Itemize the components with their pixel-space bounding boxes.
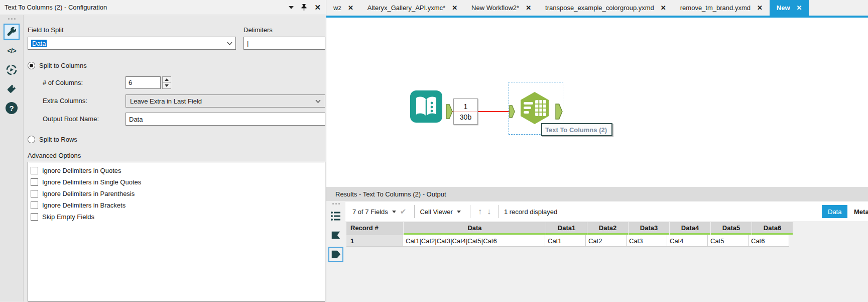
configuration-tab-wrench-icon[interactable]	[4, 24, 20, 40]
column-header[interactable]: Data	[404, 222, 546, 235]
list-view-icon[interactable]	[328, 209, 343, 224]
checkbox-icon[interactable]	[31, 178, 38, 186]
checkbox-icon[interactable]	[31, 190, 38, 197]
panel-menu-caret-icon[interactable]	[289, 6, 294, 9]
column-header[interactable]: Data5	[711, 222, 752, 235]
scroll-up-icon[interactable]: ↑	[478, 207, 482, 216]
column-header[interactable]: Data2	[587, 222, 628, 235]
table-cell[interactable]: Cat2	[586, 235, 627, 247]
results-toolbar: 7 of 7 Fields ✔ Cell Viewer ↑ ↓ 1 record…	[345, 202, 868, 221]
tab-new-active[interactable]: New ✕	[770, 0, 809, 16]
output-connection-icon[interactable]	[328, 247, 343, 262]
advanced-option-quotes[interactable]: Ignore Delimiters in Quotes	[31, 165, 325, 176]
chevron-down-icon[interactable]	[392, 211, 396, 213]
close-tab-icon[interactable]: ✕	[452, 4, 457, 12]
table-cell[interactable]: Cat3	[627, 235, 667, 247]
cell-viewer-dropdown[interactable]: Cell Viewer	[420, 208, 453, 216]
data-view-button[interactable]: Data	[822, 205, 847, 218]
close-panel-icon[interactable]: ✕	[314, 4, 321, 11]
close-tab-icon[interactable]: ✕	[348, 4, 353, 12]
close-tab-icon[interactable]: ✕	[661, 4, 666, 12]
input-connection-icon[interactable]	[328, 228, 343, 243]
close-tab-icon[interactable]: ✕	[797, 4, 802, 12]
radio-selected-icon[interactable]	[28, 62, 35, 69]
num-columns-label: # of Columns:	[43, 79, 83, 86]
column-header[interactable]: Data4	[670, 222, 710, 235]
help-icon[interactable]: ?	[4, 100, 20, 116]
table-cell[interactable]: Cat1	[545, 235, 586, 247]
grip-dots-icon[interactable]	[332, 203, 340, 205]
table-cell[interactable]: Cat4	[667, 235, 708, 247]
column-header[interactable]: Record #	[346, 222, 403, 235]
tool-tooltip: Text To Columns (2)	[541, 123, 612, 136]
num-columns-stepper[interactable]	[162, 76, 171, 89]
table-cell[interactable]: Cat5	[708, 235, 749, 247]
split-to-rows-radio[interactable]: Split to Rows	[28, 136, 77, 143]
apply-check-icon[interactable]: ✔	[400, 207, 407, 216]
table-cell[interactable]: Cat6	[749, 235, 789, 247]
tool-tooltip-text: Text To Columns (2)	[545, 126, 607, 134]
stepper-up-icon[interactable]	[163, 77, 171, 83]
tab-label: New Workflow2*	[471, 4, 519, 12]
checkbox-icon[interactable]	[31, 202, 38, 209]
output-root-input[interactable]: Data	[126, 113, 325, 126]
tab-remove-tm-brand[interactable]: remove_tm_brand.yxmd ✕	[673, 0, 770, 16]
stepper-down-icon[interactable]	[163, 83, 171, 88]
connection-annotation[interactable]: 1 30b	[453, 98, 478, 125]
extra-columns-select[interactable]: Leave Extra in Last Field	[126, 94, 325, 108]
fields-dropdown[interactable]: 7 of 7 Fields	[352, 208, 388, 216]
text-to-columns-tool[interactable]	[518, 91, 551, 126]
tab-alteryx-gallery-api[interactable]: Alteryx_Gallery_API.yxmc* ✕	[360, 0, 464, 16]
toolbar-divider	[499, 205, 499, 218]
close-tab-icon[interactable]: ✕	[526, 4, 531, 12]
checkbox-label: Ignore Delimiters in Quotes	[42, 167, 121, 174]
num-columns-input[interactable]: 6	[126, 76, 161, 89]
scroll-down-icon[interactable]: ↓	[487, 207, 491, 216]
delimiters-input[interactable]: |	[243, 37, 325, 50]
split-to-rows-label: Split to Rows	[39, 136, 77, 143]
advanced-option-parenthesis[interactable]: Ignore Delimiters in Parenthesis	[31, 188, 325, 199]
text-input-tool[interactable]	[409, 89, 443, 125]
tab-label: New	[777, 4, 790, 12]
annotation-divider	[454, 112, 477, 112]
configuration-title: Text To Columns (2) - Configuration	[5, 4, 289, 11]
results-table: Record # Data Data1 Data2 Data3 Data4 Da…	[346, 222, 793, 247]
column-header[interactable]: Data1	[546, 222, 587, 235]
radio-unselected-icon[interactable]	[28, 136, 35, 143]
metadata-view-button[interactable]: Metadata	[848, 205, 868, 218]
results-header-text: Results - Text To Columns (2) - Output	[335, 190, 446, 198]
output-anchor-icon[interactable]	[446, 104, 453, 119]
navigation-tab-compass-icon[interactable]	[4, 62, 20, 78]
chevron-down-icon[interactable]	[457, 211, 461, 213]
field-to-split-select[interactable]: Data	[28, 37, 236, 50]
split-to-columns-label: Split to Columns	[39, 62, 87, 69]
annotation-tab-code-icon[interactable]: </>	[4, 43, 20, 59]
tag-icon[interactable]	[4, 81, 20, 97]
checkbox-label: Ignore Delimiters in Parenthesis	[42, 190, 135, 197]
tab-new-workflow2[interactable]: New Workflow2* ✕	[464, 0, 538, 16]
checkbox-icon[interactable]	[31, 167, 38, 174]
table-cell[interactable]: Cat1|Cat2|Cat3|Cat4|Cat5|Cat6	[403, 235, 545, 247]
checkbox-label: Ignore Delimiters in Brackets	[42, 202, 126, 209]
output-anchor-icon[interactable]	[555, 104, 563, 120]
tab-wz[interactable]: wz ✕	[326, 0, 360, 16]
grip-dots-icon[interactable]	[8, 18, 16, 20]
input-anchor-icon[interactable]	[509, 104, 515, 119]
advanced-option-brackets[interactable]: Ignore Delimiters in Brackets	[31, 199, 325, 211]
field-to-split-value: Data	[31, 40, 47, 47]
split-to-columns-radio[interactable]: Split to Columns	[28, 62, 87, 69]
column-header[interactable]: Data6	[752, 222, 793, 235]
extra-columns-value: Leave Extra in Last Field	[130, 97, 202, 105]
tab-label: remove_tm_brand.yxmd	[680, 4, 751, 12]
toolbar-divider	[470, 205, 470, 218]
checkbox-icon[interactable]	[31, 213, 38, 221]
advanced-option-skip-empty[interactable]: Skip Empty Fields	[31, 211, 325, 223]
pin-icon[interactable]	[301, 4, 307, 11]
workflow-canvas[interactable]: 1 30b	[326, 18, 868, 187]
column-header[interactable]: Data3	[629, 222, 669, 235]
record-number-cell[interactable]: 1	[346, 235, 403, 247]
tab-transpose-example[interactable]: transpose_example_colorgroup.yxmd ✕	[538, 0, 673, 16]
config-form: Field to Split Delimiters Data | Split t…	[24, 15, 326, 301]
advanced-option-single-quotes[interactable]: Ignore Delimiters in Single Quotes	[31, 176, 325, 188]
close-tab-icon[interactable]: ✕	[757, 4, 763, 12]
